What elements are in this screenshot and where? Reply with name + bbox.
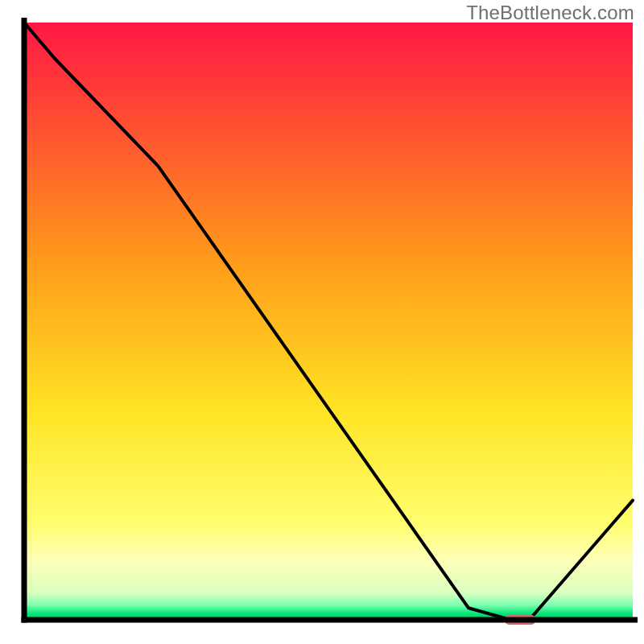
bottleneck-chart: TheBottleneck.com [0, 0, 644, 644]
plot-background [24, 23, 633, 620]
chart-svg [0, 0, 644, 644]
watermark-text: TheBottleneck.com [466, 2, 634, 24]
